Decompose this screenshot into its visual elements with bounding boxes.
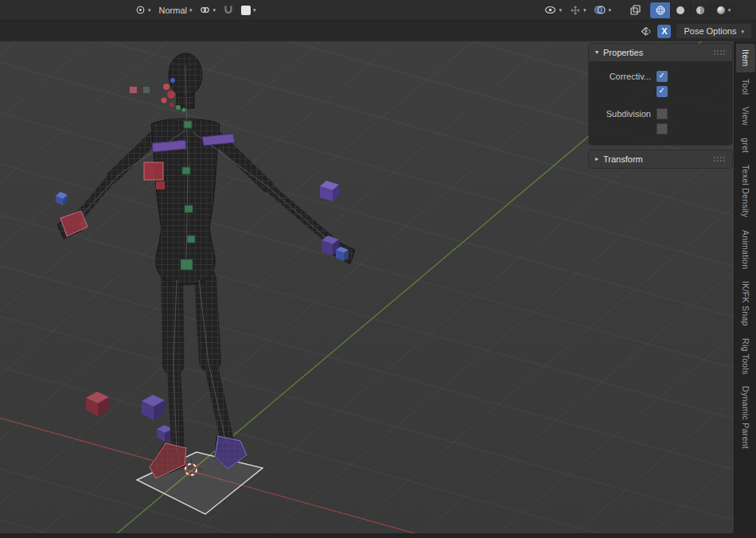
object-visibility-dropdown[interactable]: ▾ <box>541 2 565 18</box>
snapping-icon <box>200 5 210 15</box>
tab-gret[interactable]: gret <box>736 132 755 158</box>
material-shading-icon <box>695 5 706 16</box>
tab-item[interactable]: Item <box>736 44 755 72</box>
properties-panel-body: Correctiv... Subdivision <box>589 61 732 145</box>
wireframe-shading-icon <box>655 5 666 16</box>
tab-texel-density[interactable]: Texel Density <box>736 159 755 223</box>
overlays-icon <box>594 5 606 15</box>
properties-panel-header[interactable]: ▾ Properties <box>589 44 732 61</box>
pose-options-label: Pose Options <box>684 26 736 36</box>
proportional-editing-dropdown[interactable]: ▾ <box>238 2 259 18</box>
bone-cube-purple-floating[interactable] <box>320 181 339 201</box>
visibility-icon <box>544 5 556 15</box>
xray-toggle-button[interactable] <box>627 2 644 18</box>
properties-panel: ▾ Properties Correctiv... Subdivision <box>589 44 732 145</box>
tool-settings-bar: X Pose Options ▾ <box>0 21 756 41</box>
sidebar-panel: ▾ Properties Correctiv... Subdivision <box>589 44 732 173</box>
wireframe-shading-button[interactable] <box>650 2 670 18</box>
gizmo-icon <box>570 5 581 16</box>
tab-animation[interactable]: Animation <box>736 224 755 275</box>
chevron-right-icon: ▸ <box>595 156 598 162</box>
overlays-dropdown[interactable]: ▾ <box>590 2 614 18</box>
tab-view[interactable]: View <box>736 101 755 131</box>
subdivision-label: Subdivision <box>595 109 651 119</box>
viewport-display-group: ▾ ▾ ▾ <box>541 2 735 18</box>
transform-panel-header[interactable]: ▸ Transform <box>589 150 732 168</box>
rendered-shading-button[interactable]: ▾ <box>710 2 735 18</box>
mirror-x-toggle[interactable]: X <box>657 25 671 38</box>
pivot-point-icon <box>135 5 146 15</box>
sidebar-tabs: Item Tool View gret Texel Density Animat… <box>734 41 756 533</box>
chevron-down-icon: ▾ <box>148 7 151 13</box>
3d-viewport[interactable]: ▾ Properties Correctiv... Subdivision <box>0 41 734 533</box>
chevron-down-icon: ▾ <box>728 7 731 13</box>
chevron-down-icon: ▾ <box>559 7 562 13</box>
corrective-checkbox-2[interactable] <box>657 86 668 97</box>
pivot-point-dropdown[interactable]: ▾ <box>132 2 154 18</box>
chevron-down-icon: ▾ <box>608 7 611 13</box>
chevron-down-icon: ▾ <box>253 7 256 13</box>
magnet-icon <box>224 5 233 15</box>
chevron-down-icon: ▾ <box>741 29 744 34</box>
orientation-dropdown[interactable]: Normal ▾ <box>156 2 196 18</box>
solid-shading-icon <box>675 5 686 16</box>
display-swatch <box>241 6 251 15</box>
chevron-down-icon: ▾ <box>595 49 598 56</box>
transform-panel-title: Transform <box>603 154 643 164</box>
viewport-header: ▾ Normal ▾ ▾ ▾ ▾ <box>0 0 756 21</box>
blender-window: ▾ Normal ▾ ▾ ▾ ▾ <box>0 0 756 538</box>
chevron-down-icon: ▾ <box>583 7 586 13</box>
gizmo-dropdown[interactable]: ▾ <box>567 2 590 18</box>
xray-icon <box>630 5 641 15</box>
rendered-shading-icon <box>715 5 727 16</box>
corrective-row-2 <box>595 84 732 99</box>
corrective-label: Correctiv... <box>595 72 651 81</box>
transform-panel: ▸ Transform <box>589 150 732 168</box>
orientation-label: Normal <box>159 6 187 15</box>
tab-ikfk-snap[interactable]: IK/FK Snap <box>736 275 755 332</box>
snapping-dropdown[interactable]: ▾ <box>197 2 219 18</box>
snap-toggle-button[interactable] <box>220 2 236 18</box>
subdivision-row-1: Subdivision <box>595 106 732 121</box>
tab-dynamic-parent[interactable]: Dynamic Parent <box>736 380 755 454</box>
panel-grip-icon[interactable] <box>713 156 726 162</box>
subdivision-row-2 <box>595 121 732 136</box>
bone-cube-blue-small[interactable] <box>56 192 68 205</box>
properties-panel-title: Properties <box>603 48 643 57</box>
corrective-checkbox-1[interactable] <box>657 71 668 82</box>
chevron-down-icon: ▾ <box>189 7 193 13</box>
bone-cube-red[interactable] <box>86 392 109 416</box>
pose-options-dropdown[interactable]: Pose Options ▾ <box>676 24 751 38</box>
transform-controls-group: ▾ Normal ▾ ▾ ▾ <box>132 2 259 18</box>
pose-tool-settings: X Pose Options ▾ <box>641 24 751 38</box>
mirror-icon <box>641 26 652 37</box>
panel-grip-icon[interactable] <box>713 49 726 56</box>
tab-rig-tools[interactable]: Rig Tools <box>736 333 755 380</box>
shading-mode-group: ▾ <box>650 2 735 18</box>
solid-shading-button[interactable] <box>670 2 690 18</box>
tab-tool[interactable]: Tool <box>736 73 755 100</box>
bone-cube-purple[interactable] <box>142 395 165 420</box>
x-axis-line <box>0 248 734 533</box>
subdivision-checkbox-1[interactable] <box>657 108 668 119</box>
status-bar-edge <box>0 533 756 538</box>
chevron-down-icon: ▾ <box>212 7 216 13</box>
corrective-row-1: Correctiv... <box>595 68 732 84</box>
subdivision-checkbox-2[interactable] <box>657 123 668 134</box>
material-shading-button[interactable] <box>690 2 710 18</box>
character-mesh[interactable] <box>57 53 355 478</box>
